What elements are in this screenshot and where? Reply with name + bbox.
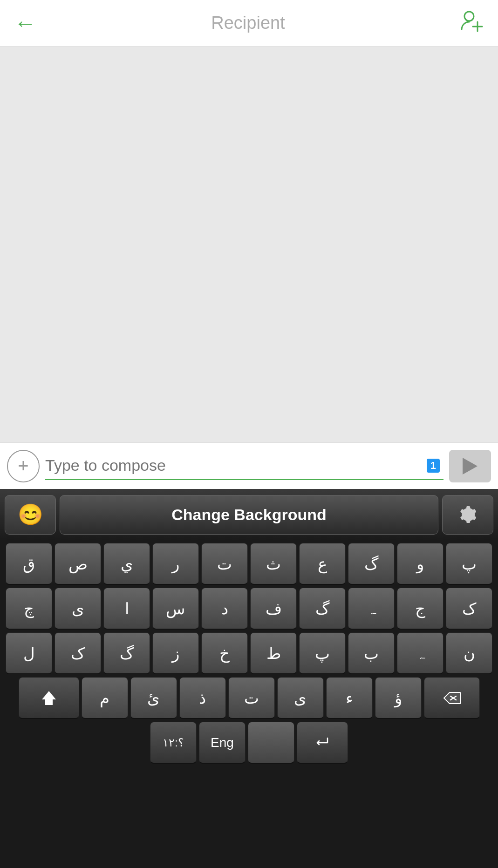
key-ye[interactable]: ی bbox=[55, 588, 101, 630]
backspace-key[interactable] bbox=[424, 677, 480, 719]
compose-input[interactable] bbox=[45, 452, 443, 479]
key-sad[interactable]: ص bbox=[55, 543, 101, 585]
key-ain[interactable]: ع bbox=[299, 543, 346, 585]
key-gaf[interactable]: گ bbox=[348, 543, 395, 585]
key-pa[interactable]: پ bbox=[446, 543, 492, 585]
key-ra[interactable]: ر bbox=[152, 543, 199, 585]
keyboard-row-4: م ئ ذ ت ی ء ؤ bbox=[2, 677, 496, 719]
key-zay[interactable]: ز bbox=[152, 632, 199, 674]
badge: 1 bbox=[427, 459, 440, 473]
send-arrow-icon bbox=[463, 458, 478, 475]
svg-marker-3 bbox=[42, 691, 56, 705]
key-gayn[interactable]: گ bbox=[299, 588, 346, 630]
key-hah[interactable]: ہ bbox=[397, 632, 443, 674]
key-che[interactable]: چ bbox=[6, 588, 52, 630]
key-ha[interactable]: ہ bbox=[348, 588, 395, 630]
key-mim[interactable]: م bbox=[82, 677, 128, 719]
svg-point-0 bbox=[464, 12, 474, 21]
compose-input-wrapper: 1 bbox=[45, 452, 443, 480]
key-ye2[interactable]: ی bbox=[277, 677, 324, 719]
key-kha[interactable]: خ bbox=[201, 632, 248, 674]
key-sin[interactable]: س bbox=[152, 588, 199, 630]
keyboard-row-1: ق ص ي ر ت ث ع گ و پ bbox=[2, 543, 496, 585]
keyboard-row-2: چ ی ا س د ف گ ہ ج ک bbox=[2, 588, 496, 630]
num-key[interactable]: ۱۲:؟ bbox=[150, 722, 197, 764]
emoji-button[interactable]: 😊 bbox=[5, 495, 56, 535]
key-zal[interactable]: ذ bbox=[179, 677, 226, 719]
shift-key[interactable] bbox=[19, 677, 79, 719]
key-kaf[interactable]: ک bbox=[446, 588, 492, 630]
back-button[interactable]: ← bbox=[14, 12, 36, 34]
key-hamza[interactable]: ء bbox=[326, 677, 373, 719]
add-contact-button[interactable] bbox=[460, 9, 484, 38]
compose-bar: + 1 bbox=[0, 442, 498, 489]
settings-button[interactable] bbox=[442, 495, 493, 535]
key-qaf[interactable]: ق bbox=[6, 543, 52, 585]
space-key[interactable] bbox=[248, 722, 294, 764]
eng-key[interactable]: Eng bbox=[199, 722, 246, 764]
key-dal[interactable]: د bbox=[201, 588, 248, 630]
key-lam[interactable]: ل bbox=[6, 632, 52, 674]
key-ta2[interactable]: ت bbox=[228, 677, 275, 719]
key-nun[interactable]: ن bbox=[446, 632, 492, 674]
key-jim[interactable]: ج bbox=[397, 588, 443, 630]
keyboard-row-5: ۱۲:؟ Eng bbox=[2, 722, 496, 764]
chat-area bbox=[0, 47, 498, 442]
change-background-button[interactable]: Change Background bbox=[60, 495, 438, 535]
key-alef[interactable]: ا bbox=[103, 588, 150, 630]
key-gaf2[interactable]: گ bbox=[103, 632, 150, 674]
key-kaf2[interactable]: ک bbox=[55, 632, 101, 674]
keyboard-keys: ق ص ي ر ت ث ع گ و پ چ ی ا س د ف گ ہ ج ک … bbox=[0, 540, 498, 766]
header: ← Recipient bbox=[0, 0, 498, 47]
add-attachment-button[interactable]: + bbox=[7, 450, 40, 482]
key-ba[interactable]: ب bbox=[348, 632, 395, 674]
keyboard-toolbar: 😊 Change Background bbox=[0, 489, 498, 540]
key-pe[interactable]: پ bbox=[299, 632, 346, 674]
enter-key[interactable] bbox=[297, 722, 348, 764]
key-tah[interactable]: ط bbox=[250, 632, 297, 674]
key-tha[interactable]: ث bbox=[250, 543, 297, 585]
key-ta[interactable]: ت bbox=[201, 543, 248, 585]
key-hamzaabove[interactable]: ئ bbox=[130, 677, 177, 719]
key-waw-hamza[interactable]: ؤ bbox=[375, 677, 422, 719]
key-ya[interactable]: ي bbox=[103, 543, 150, 585]
key-fa[interactable]: ف bbox=[250, 588, 297, 630]
header-title: Recipient bbox=[211, 13, 285, 33]
keyboard-row-3: ل ک گ ز خ ط پ ب ہ ن bbox=[2, 632, 496, 674]
send-button[interactable] bbox=[449, 450, 491, 482]
key-waw[interactable]: و bbox=[397, 543, 443, 585]
keyboard: 😊 Change Background ق ص ي ر ت ث ع گ و پ bbox=[0, 489, 498, 868]
